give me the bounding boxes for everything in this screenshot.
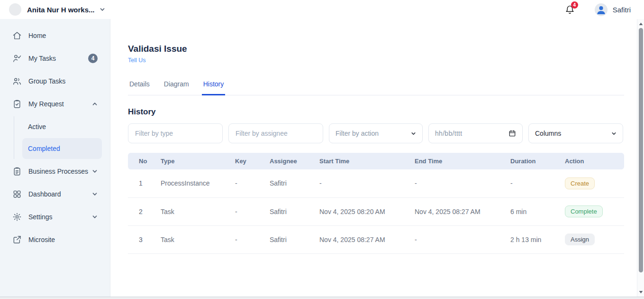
column-header-start-time: Start Time (319, 153, 415, 169)
people-icon (12, 76, 22, 86)
filter-bar: Filter by action hh/bb/tttt Columns (128, 123, 624, 143)
column-header-duration: Duration (510, 153, 565, 169)
tab-history[interactable]: History (202, 80, 226, 95)
sidebar-item-label: Active (28, 123, 46, 131)
my-request-subnav: Active Completed (14, 116, 102, 159)
chevron-down-icon (411, 131, 416, 136)
cell-assignee: Safitri (270, 169, 319, 197)
sidebar: Home My Tasks 4 Group Tasks (0, 19, 110, 297)
vertical-scrollbar[interactable] (637, 19, 644, 297)
table-row: 2 Task - Safitri Nov 4, 2025 08:20 AM No… (128, 197, 624, 225)
cell-duration: - (510, 169, 565, 197)
main-content: Validasi Issue Tell Us Details Diagram H… (110, 19, 637, 297)
cell-start-time: Nov 4, 2025 08:27 AM (319, 225, 415, 253)
column-header-action: Action (565, 153, 624, 169)
sidebar-item-business-processes[interactable]: Business Processes (0, 160, 110, 183)
sidebar-item-active[interactable]: Active (22, 116, 102, 137)
cell-assignee: Safitri (270, 225, 319, 253)
sidebar-item-label: Microsite (28, 236, 55, 243)
app-root: Anita Nur H works... 4 Safitri (0, 0, 644, 299)
column-header-end-time: End Time (415, 153, 510, 169)
chevron-up-icon (92, 101, 98, 107)
cell-duration: 6 min (510, 197, 565, 225)
sidebar-item-label: Business Processes (28, 168, 88, 175)
scroll-down-arrow-icon[interactable] (637, 289, 644, 295)
external-link-icon (12, 235, 22, 244)
date-placeholder: hh/bb/tttt (435, 130, 462, 137)
cell-end-time: - (415, 169, 510, 197)
tab-diagram[interactable]: Diagram (163, 80, 190, 95)
user-menu[interactable]: Safitri (595, 3, 631, 16)
sidebar-item-label: My Request (28, 100, 64, 108)
tell-us-link[interactable]: Tell Us (128, 57, 146, 64)
action-badge: Assign (565, 234, 595, 245)
notification-bell-icon[interactable]: 4 (564, 4, 576, 15)
cell-type: Task (161, 197, 235, 225)
column-header-no: No (128, 153, 161, 169)
person-check-icon (12, 54, 22, 63)
tab-bar: Details Diagram History (128, 80, 624, 95)
columns-select[interactable]: Columns (528, 123, 623, 143)
chevron-down-icon (611, 131, 617, 136)
cell-key: - (235, 197, 270, 225)
sidebar-item-group-tasks[interactable]: Group Tasks (0, 70, 110, 93)
date-filter-input[interactable]: hh/bb/tttt (428, 123, 523, 143)
my-tasks-count-badge: 4 (88, 54, 98, 63)
home-icon (12, 31, 22, 40)
cell-no: 3 (128, 225, 161, 253)
history-heading: History (128, 107, 624, 117)
person-icon (595, 3, 608, 16)
workspace-name[interactable]: Anita Nur H works... (27, 6, 95, 14)
chevron-down-icon (92, 168, 98, 174)
cell-key: - (235, 169, 270, 197)
workspace-chevron-down-icon[interactable] (100, 7, 105, 12)
cell-no: 1 (128, 169, 161, 197)
tab-details[interactable]: Details (128, 80, 151, 95)
user-avatar (595, 3, 608, 16)
sidebar-item-label: Home (28, 32, 46, 39)
cell-start-time: - (319, 169, 415, 197)
cell-end-time: Nov 4, 2025 08:27 AM (415, 197, 510, 225)
page-title: Validasi Issue (128, 44, 624, 54)
cell-key: - (235, 225, 270, 253)
sidebar-item-microsite[interactable]: Microsite (0, 228, 110, 251)
sidebar-item-label: Settings (28, 213, 53, 221)
filter-by-type-input[interactable] (128, 123, 223, 143)
sidebar-item-my-tasks[interactable]: My Tasks 4 (0, 47, 110, 70)
gear-icon (12, 212, 22, 222)
horizontal-scrollbar[interactable] (0, 297, 644, 299)
filter-by-action-select[interactable]: Filter by action (329, 123, 423, 143)
cell-no: 2 (128, 197, 161, 225)
sidebar-item-home[interactable]: Home (0, 24, 110, 47)
cell-type: Task (161, 225, 235, 253)
sidebar-item-label: My Tasks (28, 55, 56, 62)
sidebar-item-label: Completed (28, 145, 60, 152)
sidebar-item-label: Group Tasks (28, 77, 65, 85)
table-header-row: No Type Key Assignee Start Time End Time… (128, 153, 624, 169)
action-badge: Complete (565, 206, 603, 217)
sidebar-item-dashboard[interactable]: Dashboard (0, 183, 110, 206)
columns-value: Columns (535, 130, 561, 137)
cell-assignee: Safitri (270, 197, 319, 225)
table-row: 3 Task - Safitri Nov 4, 2025 08:27 AM - … (128, 225, 624, 253)
filter-by-action-value: Filter by action (336, 130, 379, 137)
cell-type: ProcessInstance (161, 169, 235, 197)
sidebar-item-completed[interactable]: Completed (22, 138, 102, 159)
grid-icon (12, 189, 22, 199)
history-table: No Type Key Assignee Start Time End Time… (128, 153, 624, 254)
chevron-down-icon (92, 191, 98, 197)
workspace-avatar[interactable] (9, 3, 21, 16)
notification-count-badge: 4 (571, 1, 578, 9)
scroll-up-arrow-icon[interactable] (637, 20, 644, 27)
cell-duration: 2 h 13 min (510, 225, 565, 253)
sidebar-item-my-request[interactable]: My Request (0, 93, 110, 115)
scrollbar-thumb[interactable] (639, 28, 643, 272)
column-header-assignee: Assignee (270, 153, 319, 169)
table-row: 1 ProcessInstance - Safitri - - - Create (128, 169, 624, 197)
calendar-icon[interactable] (508, 130, 516, 137)
column-header-key: Key (235, 153, 270, 169)
sidebar-item-settings[interactable]: Settings (0, 206, 110, 228)
filter-by-assignee-input[interactable] (228, 123, 323, 143)
clipboard-list-icon (12, 167, 22, 176)
cell-start-time: Nov 4, 2025 08:20 AM (319, 197, 415, 225)
